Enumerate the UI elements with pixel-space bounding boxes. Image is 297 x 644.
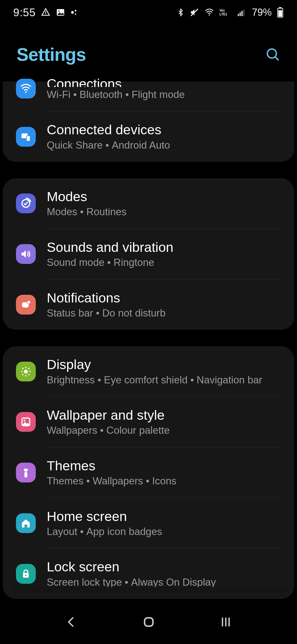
status-bar: 9:55 Vo)LTE1 79% xyxy=(0,0,297,25)
item-subtitle: Sound mode•Ringtone xyxy=(47,256,281,269)
svg-point-36 xyxy=(24,420,25,421)
lock-icon xyxy=(16,564,36,584)
settings-item-home-screen[interactable]: Home screen Layout•App icon badges xyxy=(3,498,294,549)
svg-rect-13 xyxy=(241,11,243,16)
svg-rect-41 xyxy=(145,618,153,626)
item-subtitle: Brightness•Eye comfort shield•Navigation… xyxy=(47,374,281,386)
item-title: Display xyxy=(47,357,281,372)
svg-text:Vo): Vo) xyxy=(219,9,224,12)
settings-item-modes[interactable]: Modes Modes•Routines xyxy=(3,178,294,229)
navigation-bar xyxy=(0,600,297,644)
battery-percent: 79% xyxy=(252,7,272,18)
modes-icon xyxy=(16,193,36,213)
svg-point-26 xyxy=(24,370,28,373)
settings-header: Settings xyxy=(0,25,297,81)
svg-text:LTE1: LTE1 xyxy=(219,12,227,16)
settings-item-themes[interactable]: Themes Themes•Wallpapers•Icons xyxy=(3,447,294,498)
sound-icon xyxy=(16,244,36,264)
item-title: Notifications xyxy=(47,290,281,305)
svg-point-4 xyxy=(71,11,74,14)
item-subtitle: Wallpapers•Colour palette xyxy=(47,424,281,436)
alert-triangle-icon xyxy=(41,7,51,17)
themes-icon xyxy=(16,463,36,482)
svg-rect-22 xyxy=(26,136,30,141)
devices-icon xyxy=(16,127,36,147)
settings-item-connected-devices[interactable]: Connected devices Quick Share•Android Au… xyxy=(3,111,294,162)
settings-group: Modes Modes•Routines Sounds and vibratio… xyxy=(3,178,294,330)
settings-item-wallpaper[interactable]: Wallpaper and style Wallpapers•Colour pa… xyxy=(3,397,294,447)
svg-point-3 xyxy=(58,10,60,12)
item-title: Lock screen xyxy=(47,559,281,574)
recents-button[interactable] xyxy=(219,615,232,629)
settings-list[interactable]: Connections Wi-Fi•Bluetooth•Flight mode … xyxy=(0,81,297,599)
svg-point-40 xyxy=(25,574,26,576)
svg-rect-17 xyxy=(278,10,282,17)
item-subtitle: Modes•Routines xyxy=(47,206,281,218)
item-subtitle: Quick Share•Android Auto xyxy=(47,139,281,151)
image-icon xyxy=(56,7,65,17)
wifi-icon xyxy=(16,79,36,99)
home-button[interactable] xyxy=(142,615,156,629)
item-title: Connections xyxy=(47,76,281,87)
svg-line-19 xyxy=(275,57,279,60)
svg-line-31 xyxy=(22,368,23,369)
svg-rect-37 xyxy=(24,469,28,471)
status-time: 9:55 xyxy=(13,6,36,19)
svg-point-6 xyxy=(75,13,76,15)
item-subtitle: Themes•Wallpapers•Icons xyxy=(47,475,281,487)
wifi-icon xyxy=(204,8,215,17)
svg-rect-14 xyxy=(243,9,244,16)
item-subtitle: Screen lock type•Always On Display xyxy=(47,576,281,588)
svg-line-32 xyxy=(28,374,29,375)
svg-point-25 xyxy=(27,301,30,304)
svg-rect-12 xyxy=(240,12,241,16)
settings-item-connections[interactable]: Connections Wi-Fi•Bluetooth•Flight mode xyxy=(3,81,294,111)
svg-point-8 xyxy=(209,15,210,16)
item-subtitle: Status bar•Do not disturb xyxy=(47,307,281,319)
search-button[interactable] xyxy=(265,47,280,62)
settings-group: Connections Wi-Fi•Bluetooth•Flight mode … xyxy=(3,81,294,162)
svg-point-20 xyxy=(25,91,27,93)
scroll-indicator xyxy=(11,587,286,593)
mute-icon xyxy=(190,8,199,17)
battery-icon xyxy=(277,7,284,18)
settings-group: Display Brightness•Eye comfort shield•Na… xyxy=(3,346,294,599)
item-title: Themes xyxy=(47,458,281,473)
svg-rect-11 xyxy=(238,14,239,16)
item-subtitle: Layout•App icon badges xyxy=(47,526,281,538)
svg-point-5 xyxy=(75,10,76,12)
item-title: Sounds and vibration xyxy=(47,239,281,255)
item-subtitle: Wi-Fi•Bluetooth•Flight mode xyxy=(47,89,281,101)
item-title: Modes xyxy=(47,189,281,204)
svg-point-18 xyxy=(267,49,276,58)
svg-point-0 xyxy=(45,13,46,14)
svg-rect-38 xyxy=(25,471,26,473)
signal-icon xyxy=(237,8,246,17)
notifications-icon xyxy=(16,295,36,315)
back-button[interactable] xyxy=(65,615,78,629)
settings-item-notifications[interactable]: Notifications Status bar•Do not disturb xyxy=(3,280,294,330)
settings-item-sounds[interactable]: Sounds and vibration Sound mode•Ringtone xyxy=(3,229,294,279)
dots-icon xyxy=(70,8,79,17)
brightness-icon xyxy=(16,362,36,381)
svg-line-33 xyxy=(22,374,23,375)
wallpaper-icon xyxy=(16,412,36,432)
home-icon xyxy=(16,513,36,533)
page-title: Settings xyxy=(16,44,86,65)
bluetooth-icon xyxy=(177,8,185,17)
item-title: Wallpaper and style xyxy=(47,407,281,423)
item-title: Home screen xyxy=(47,509,281,524)
svg-line-34 xyxy=(28,368,29,369)
volte-icon: Vo)LTE1 xyxy=(219,8,232,17)
item-title: Connected devices xyxy=(47,122,281,137)
settings-item-display[interactable]: Display Brightness•Eye comfort shield•Na… xyxy=(3,346,294,397)
